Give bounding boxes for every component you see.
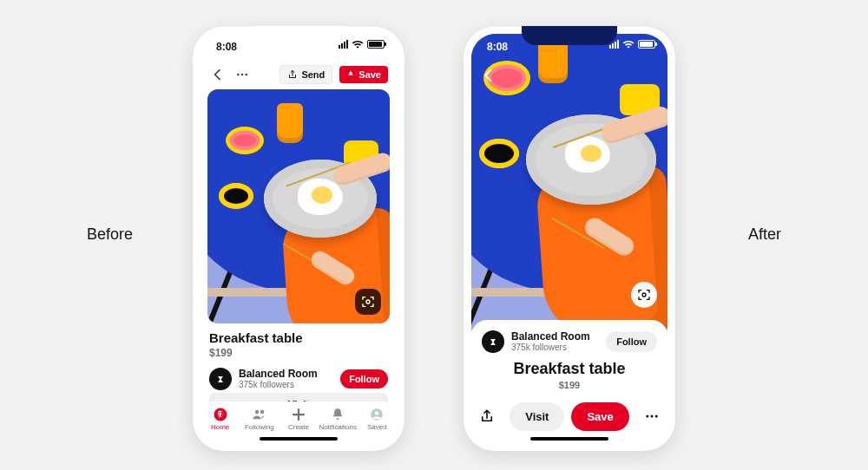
status-icons bbox=[609, 40, 655, 49]
pin-image-fullbleed[interactable] bbox=[471, 34, 667, 334]
send-button[interactable]: Send bbox=[279, 65, 332, 84]
svg-point-10 bbox=[655, 415, 658, 418]
status-time: 8:08 bbox=[487, 41, 508, 53]
wifi-icon bbox=[352, 40, 364, 49]
pin-header: Send Save bbox=[201, 60, 397, 89]
author-name: Balanced Room bbox=[239, 369, 333, 380]
svg-point-8 bbox=[646, 415, 648, 418]
tab-create[interactable]: Create bbox=[281, 407, 316, 431]
svg-point-3 bbox=[366, 300, 370, 304]
svg-point-0 bbox=[237, 74, 240, 76]
home-indicator[interactable] bbox=[260, 437, 338, 441]
status-time: 8:08 bbox=[216, 41, 237, 53]
home-indicator[interactable] bbox=[530, 437, 608, 441]
save-button[interactable]: Save bbox=[339, 66, 388, 83]
profile-avatar-icon bbox=[369, 407, 385, 422]
author-followers: 375k followers bbox=[239, 380, 333, 390]
chevron-left-icon bbox=[211, 68, 225, 82]
tab-label: Following bbox=[245, 423, 274, 431]
pin-title: Breakfast table bbox=[209, 330, 388, 345]
visual-search-button[interactable] bbox=[355, 289, 381, 315]
svg-point-7 bbox=[642, 293, 646, 297]
pin-image[interactable] bbox=[207, 89, 390, 323]
author-row[interactable]: Balanced Room 375k followers Follow bbox=[482, 330, 657, 353]
pin-icon bbox=[346, 70, 355, 79]
send-label: Send bbox=[301, 69, 325, 80]
screen-after: 8:08 Balanced Room 375k followe bbox=[471, 34, 667, 443]
back-button[interactable] bbox=[480, 67, 497, 84]
visual-search-icon bbox=[361, 295, 375, 309]
tab-label: Saved bbox=[367, 423, 387, 431]
author-row[interactable]: Balanced Room 375k followers Follow bbox=[209, 368, 388, 390]
follow-button[interactable]: Follow bbox=[340, 369, 388, 388]
author-followers: 375k followers bbox=[511, 343, 599, 353]
tab-label: Create bbox=[288, 423, 309, 431]
phone-after: 8:08 Balanced Room 375k followe bbox=[464, 26, 675, 451]
tab-label: Notifications bbox=[319, 423, 357, 431]
share-icon bbox=[287, 69, 298, 80]
action-row: Visit Save bbox=[471, 396, 667, 436]
visual-search-icon bbox=[637, 288, 651, 302]
share-button[interactable] bbox=[471, 408, 503, 424]
save-label: Save bbox=[358, 69, 381, 80]
visual-search-button[interactable] bbox=[631, 282, 657, 308]
svg-point-1 bbox=[241, 74, 244, 76]
tab-label: Home bbox=[211, 423, 229, 431]
tab-saved[interactable]: Saved bbox=[359, 407, 394, 431]
tab-notifications[interactable]: Notifications bbox=[320, 407, 355, 431]
pin-price: $199 bbox=[482, 380, 657, 390]
people-icon bbox=[252, 407, 267, 422]
chevron-left-icon bbox=[481, 68, 496, 83]
more-button[interactable] bbox=[636, 408, 667, 424]
plus-icon bbox=[291, 407, 306, 422]
more-horizontal-icon bbox=[644, 408, 660, 424]
pin-meta: Breakfast table $199 Balanced Room 375k … bbox=[209, 329, 388, 390]
share-icon bbox=[479, 408, 495, 424]
bell-icon bbox=[330, 407, 345, 422]
svg-point-2 bbox=[245, 74, 247, 76]
save-button[interactable]: Save bbox=[571, 402, 628, 431]
svg-point-6 bbox=[375, 411, 379, 415]
avatar-icon bbox=[487, 336, 499, 348]
tab-following[interactable]: Following bbox=[242, 407, 277, 431]
avatar-icon bbox=[214, 373, 227, 385]
visit-button[interactable]: Visit bbox=[510, 402, 564, 431]
author-name: Balanced Room bbox=[511, 331, 599, 343]
tab-home[interactable]: Home bbox=[203, 407, 238, 431]
author-avatar[interactable] bbox=[482, 330, 504, 353]
phone-before: 8:08 Send bbox=[193, 26, 404, 451]
screen-before: 8:08 Send bbox=[201, 34, 397, 443]
status-icons bbox=[339, 40, 385, 49]
label-before: Before bbox=[87, 225, 133, 244]
more-horizontal-icon bbox=[235, 68, 249, 82]
notch bbox=[251, 26, 346, 45]
more-button[interactable] bbox=[233, 66, 251, 83]
battery-icon bbox=[367, 40, 385, 49]
label-after: After bbox=[748, 225, 781, 244]
pinterest-icon bbox=[213, 407, 228, 422]
svg-point-9 bbox=[650, 415, 653, 418]
pin-price: $199 bbox=[209, 347, 388, 359]
detail-sheet: Balanced Room 375k followers Follow Brea… bbox=[471, 320, 667, 443]
follow-button[interactable]: Follow bbox=[606, 331, 657, 352]
pin-title: Breakfast table bbox=[482, 360, 657, 378]
back-button[interactable] bbox=[209, 66, 227, 83]
author-avatar[interactable] bbox=[209, 368, 232, 390]
battery-icon bbox=[638, 40, 655, 49]
notch bbox=[522, 26, 617, 45]
wifi-icon bbox=[622, 40, 635, 49]
